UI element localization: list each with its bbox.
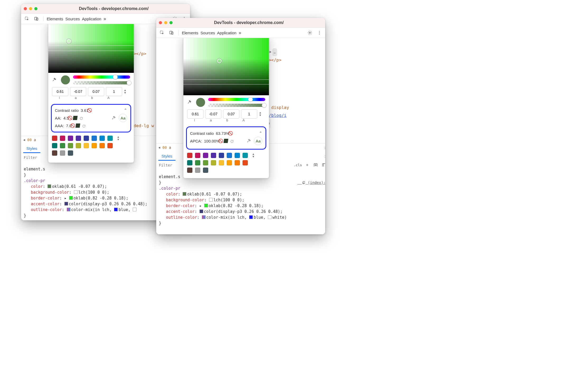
color-field-cursor[interactable] bbox=[217, 59, 222, 63]
hue-thumb[interactable] bbox=[113, 75, 118, 79]
reload-icon[interactable] bbox=[79, 116, 83, 120]
aa-target-swatch[interactable] bbox=[73, 116, 77, 120]
apca-target-swatch[interactable] bbox=[224, 139, 228, 143]
palette-swatch[interactable] bbox=[99, 136, 105, 141]
format-stepper[interactable]: ▲▼ bbox=[124, 89, 127, 94]
palette-swatch[interactable] bbox=[76, 143, 81, 148]
palette-swatch[interactable] bbox=[68, 143, 73, 148]
close-window-button[interactable] bbox=[159, 21, 162, 24]
more-tabs-icon[interactable]: » bbox=[324, 145, 325, 150]
alpha-thumb[interactable] bbox=[262, 103, 267, 108]
color-field[interactable] bbox=[48, 24, 134, 73]
aaa-target-swatch[interactable] bbox=[76, 123, 80, 128]
palette-swatch[interactable] bbox=[243, 160, 248, 165]
palette-swatch[interactable] bbox=[243, 153, 248, 158]
panel-tab-sources[interactable]: Sources bbox=[65, 17, 80, 21]
palette-swatch[interactable] bbox=[107, 143, 113, 148]
palette-swatch[interactable] bbox=[227, 160, 232, 165]
alpha-thumb[interactable] bbox=[127, 80, 131, 85]
scroll-left-icon[interactable]: ◀ bbox=[23, 138, 25, 142]
palette-swatch[interactable] bbox=[92, 136, 97, 141]
palette-swatch[interactable] bbox=[195, 168, 200, 173]
breadcrumb-item[interactable]: 00 bbox=[162, 145, 167, 150]
palette-swatch[interactable] bbox=[60, 143, 65, 148]
palette-swatch[interactable] bbox=[68, 150, 73, 156]
device-toggle-icon[interactable] bbox=[33, 15, 40, 22]
more-tabs-icon[interactable]: » bbox=[325, 154, 325, 159]
hue-slider[interactable] bbox=[73, 75, 130, 79]
palette-swatch[interactable] bbox=[187, 168, 192, 173]
palette-swatch[interactable] bbox=[203, 160, 208, 165]
palette-swatch[interactable] bbox=[99, 143, 105, 148]
palette-swatch[interactable] bbox=[68, 136, 73, 141]
format-stepper[interactable]: ▲▼ bbox=[259, 112, 263, 116]
close-window-button[interactable] bbox=[24, 7, 27, 10]
panel-tab-sources[interactable]: Sources bbox=[201, 31, 215, 35]
palette-swatch[interactable] bbox=[84, 136, 89, 141]
breadcrumb-item[interactable]: a bbox=[34, 138, 36, 142]
palette-swatch[interactable] bbox=[211, 160, 216, 165]
reload-icon[interactable] bbox=[230, 139, 234, 143]
css-value[interactable]: blue, bbox=[254, 215, 265, 220]
css-value[interactable]: white) bbox=[272, 215, 287, 220]
color-input-a[interactable] bbox=[70, 87, 86, 96]
css-value[interactable]: oklab(0.82 -0.28 0.18); bbox=[74, 196, 129, 201]
palette-swatch[interactable] bbox=[52, 143, 57, 148]
palette-stepper[interactable]: ▲▼ bbox=[252, 153, 256, 158]
palette-swatch[interactable] bbox=[107, 136, 113, 141]
source-link[interactable]: (index):1 bbox=[297, 174, 325, 185]
eyedropper-icon[interactable] bbox=[187, 99, 193, 105]
color-input-A[interactable] bbox=[106, 87, 122, 96]
palette-swatch[interactable] bbox=[203, 153, 208, 158]
breadcrumb-item[interactable]: a bbox=[169, 145, 171, 150]
more-tabs-icon[interactable]: » bbox=[239, 30, 241, 36]
palette-swatch[interactable] bbox=[219, 160, 224, 165]
tab-styles[interactable]: Styles bbox=[158, 152, 176, 161]
text-preview-icon[interactable]: Aa bbox=[119, 114, 127, 122]
panel-tab-application[interactable]: Application bbox=[217, 31, 236, 35]
palette-swatch[interactable] bbox=[195, 160, 200, 165]
maximize-window-button[interactable] bbox=[34, 7, 37, 10]
palette-swatch[interactable] bbox=[92, 143, 97, 148]
palette-swatch[interactable] bbox=[84, 143, 89, 148]
palette-stepper[interactable]: ▲▼ bbox=[117, 136, 121, 141]
maximize-window-button[interactable] bbox=[169, 21, 173, 24]
color-field[interactable] bbox=[183, 38, 269, 95]
palette-swatch[interactable] bbox=[235, 160, 240, 165]
palette-swatch[interactable] bbox=[187, 153, 192, 158]
kebab-menu-icon[interactable] bbox=[316, 29, 323, 36]
settings-icon[interactable] bbox=[306, 29, 314, 36]
color-input-l[interactable] bbox=[52, 87, 68, 96]
css-value[interactable]: color(display-p3 0.26 0.26 0.48); bbox=[69, 202, 148, 206]
css-value[interactable]: oklab(0.61 -0.07 0.07); bbox=[52, 184, 107, 189]
color-field-cursor[interactable] bbox=[67, 39, 71, 44]
css-value[interactable]: color(display-p3 0.26 0.26 0.48); bbox=[204, 209, 283, 214]
eyedropper-icon[interactable] bbox=[111, 115, 117, 121]
more-tabs-icon[interactable]: » bbox=[103, 16, 106, 22]
inspect-element-icon[interactable] bbox=[158, 29, 166, 36]
palette-swatch[interactable] bbox=[52, 150, 57, 156]
scroll-left-icon[interactable]: ◀ bbox=[158, 146, 160, 149]
chevron-up-icon[interactable]: ⌃ bbox=[259, 131, 262, 136]
breadcrumb-item[interactable]: 00 bbox=[27, 138, 32, 142]
inspect-element-icon[interactable] bbox=[23, 15, 31, 22]
minimize-window-button[interactable] bbox=[164, 21, 167, 24]
minimize-window-button[interactable] bbox=[29, 7, 32, 10]
alpha-slider[interactable] bbox=[208, 104, 265, 107]
reload-icon[interactable] bbox=[82, 124, 86, 127]
color-input-b[interactable] bbox=[88, 87, 104, 96]
text-preview-icon[interactable]: Aa bbox=[254, 137, 262, 145]
palette-swatch[interactable] bbox=[60, 150, 65, 156]
css-value[interactable]: lch(100 0 0); bbox=[214, 198, 244, 202]
css-value[interactable]: oklab(0.61 -0.07 0.07); bbox=[187, 192, 242, 197]
ellipsis-badge[interactable]: … bbox=[272, 48, 277, 56]
device-toggle-icon[interactable] bbox=[168, 29, 175, 36]
palette-swatch[interactable] bbox=[203, 168, 208, 173]
color-input-l[interactable] bbox=[187, 109, 203, 118]
palette-swatch[interactable] bbox=[60, 136, 65, 141]
panel-tab-elements[interactable]: Elements bbox=[182, 31, 198, 35]
hue-thumb[interactable] bbox=[248, 97, 253, 102]
panel-tab-elements[interactable]: Elements bbox=[47, 17, 63, 21]
panel-tab-application[interactable]: Application bbox=[82, 17, 101, 21]
color-input-A[interactable] bbox=[241, 109, 257, 118]
